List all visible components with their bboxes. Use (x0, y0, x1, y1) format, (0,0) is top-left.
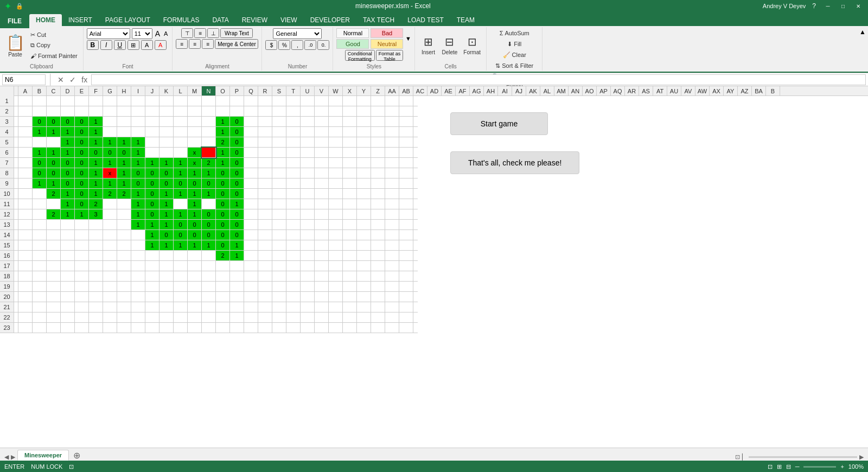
list-item[interactable] (385, 271, 399, 282)
list-item[interactable] (33, 230, 47, 240)
list-item[interactable]: 0 (230, 209, 244, 220)
list-item[interactable]: 1 (117, 158, 131, 168)
list-item[interactable] (174, 292, 188, 302)
col-AF[interactable]: AF (456, 86, 470, 95)
list-item[interactable] (286, 158, 301, 168)
list-item[interactable] (117, 323, 131, 333)
tab-formulas[interactable]: FORMULAS (157, 14, 206, 26)
list-item[interactable] (145, 282, 159, 292)
list-item[interactable]: 1 (188, 209, 202, 220)
list-item[interactable]: 0 (33, 158, 47, 168)
list-item[interactable] (103, 96, 117, 106)
list-item[interactable]: 1 (89, 137, 103, 148)
list-item[interactable] (399, 220, 413, 230)
list-item[interactable] (103, 220, 117, 230)
list-item[interactable] (89, 220, 103, 230)
list-item[interactable]: 2 (117, 189, 131, 199)
list-item[interactable] (131, 323, 145, 333)
scroll-bar[interactable] (749, 456, 857, 458)
list-item[interactable] (315, 106, 329, 117)
list-item[interactable]: 1 (216, 117, 230, 127)
list-item[interactable]: 0 (61, 117, 75, 127)
page-break-btn[interactable]: ⊟ (786, 463, 791, 470)
list-item[interactable] (103, 323, 117, 333)
formula-input[interactable] (91, 74, 866, 85)
list-item[interactable] (174, 312, 188, 323)
list-item[interactable] (286, 137, 301, 148)
list-item[interactable] (18, 148, 33, 158)
list-item[interactable] (315, 209, 329, 220)
list-item[interactable] (75, 312, 89, 323)
list-item[interactable]: 1 (145, 240, 159, 251)
list-item[interactable] (159, 302, 174, 312)
col-AM[interactable]: AM (554, 86, 569, 95)
list-item[interactable] (357, 302, 371, 312)
list-item[interactable] (329, 220, 343, 230)
merge-center-btn[interactable]: Merge & Center (215, 39, 258, 49)
list-item[interactable] (399, 323, 413, 333)
list-item[interactable] (399, 292, 413, 302)
list-item[interactable] (103, 261, 117, 271)
list-item[interactable] (413, 178, 418, 189)
list-item[interactable] (272, 209, 286, 220)
list-item[interactable] (61, 230, 75, 240)
list-item[interactable] (174, 261, 188, 271)
row-header-13[interactable]: 13 (0, 220, 14, 230)
list-item[interactable] (89, 292, 103, 302)
list-item[interactable]: 1 (202, 189, 216, 199)
list-item[interactable] (399, 168, 413, 178)
list-item[interactable] (357, 220, 371, 230)
list-item[interactable] (230, 302, 244, 312)
list-item[interactable]: 1 (61, 189, 75, 199)
list-item[interactable] (413, 117, 418, 127)
list-item[interactable] (357, 127, 371, 137)
col-I[interactable]: I (131, 86, 145, 95)
list-item[interactable] (371, 230, 385, 240)
list-item[interactable] (103, 271, 117, 282)
list-item[interactable] (385, 189, 399, 199)
list-item[interactable] (258, 189, 272, 199)
list-item[interactable]: 1 (131, 137, 145, 148)
list-item[interactable] (343, 230, 357, 240)
list-item[interactable]: 0 (216, 209, 230, 220)
list-item[interactable] (18, 271, 33, 282)
list-item[interactable] (357, 209, 371, 220)
list-item[interactable] (399, 127, 413, 137)
list-item[interactable] (413, 220, 418, 230)
list-item[interactable] (18, 220, 33, 230)
list-item[interactable] (103, 199, 117, 209)
list-item[interactable] (159, 148, 174, 158)
font-grow-btn[interactable]: A (154, 29, 161, 38)
list-item[interactable]: 1 (159, 209, 174, 220)
list-item[interactable] (343, 209, 357, 220)
list-item[interactable]: 0 (75, 158, 89, 168)
list-item[interactable] (117, 220, 131, 230)
row-header-23[interactable]: 23 (0, 323, 14, 333)
list-item[interactable] (202, 117, 216, 127)
list-item[interactable] (159, 137, 174, 148)
list-item[interactable]: 0 (47, 117, 61, 127)
list-item[interactable] (343, 189, 357, 199)
list-item[interactable] (33, 240, 47, 251)
list-item[interactable] (329, 127, 343, 137)
list-item[interactable]: 0 (188, 230, 202, 240)
paste-button[interactable]: 📋 Paste (3, 30, 27, 61)
list-item[interactable] (343, 302, 357, 312)
list-item[interactable] (174, 137, 188, 148)
bold-button[interactable]: B (87, 40, 99, 50)
list-item[interactable]: 1 (131, 209, 145, 220)
list-item[interactable] (202, 251, 216, 261)
list-item[interactable] (385, 282, 399, 292)
list-item[interactable] (117, 127, 131, 137)
zoom-bar[interactable] (803, 466, 836, 468)
list-item[interactable] (230, 292, 244, 302)
list-item[interactable]: 0 (89, 148, 103, 158)
list-item[interactable]: 0 (47, 158, 61, 168)
list-item[interactable] (103, 302, 117, 312)
list-item[interactable]: 1 (145, 158, 159, 168)
list-item[interactable] (230, 261, 244, 271)
list-item[interactable] (286, 282, 301, 292)
list-item[interactable] (145, 323, 159, 333)
row-header-3[interactable]: 3 (0, 117, 14, 127)
list-item[interactable] (272, 127, 286, 137)
